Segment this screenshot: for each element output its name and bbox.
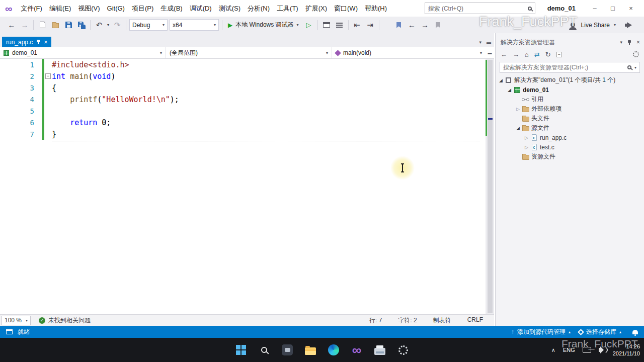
- code-line-6[interactable]: 6 return 0;: [0, 117, 486, 128]
- touch-keyboard-icon[interactable]: [583, 347, 591, 353]
- live-share-button[interactable]: Live Share: [581, 22, 610, 29]
- select-repository-button[interactable]: 选择存储库 ▴: [579, 328, 621, 336]
- chevron-down-icon[interactable]: ▾: [634, 65, 636, 70]
- volume-icon[interactable]: [599, 348, 601, 352]
- start-without-debugging-icon[interactable]: ▷: [302, 19, 315, 31]
- sync-with-active-document-icon[interactable]: ⇄: [534, 51, 540, 58]
- platform-dropdown[interactable]: x64 ▾: [170, 19, 219, 31]
- split-window-icon[interactable]: ▬: [486, 47, 494, 58]
- quick-search-input[interactable]: [428, 5, 528, 12]
- redo-icon[interactable]: ↷: [111, 19, 124, 31]
- menu-item-6[interactable]: 生成(B): [157, 2, 186, 15]
- menu-item-11[interactable]: 扩展(X): [302, 2, 331, 15]
- minimize-button[interactable]: –: [586, 2, 604, 15]
- close-panel-icon[interactable]: ×: [636, 39, 640, 46]
- menu-item-7[interactable]: 调试(D): [186, 2, 215, 15]
- bookmarks-window-icon[interactable]: [432, 19, 445, 31]
- tree-item[interactable]: ◢解决方案"demo_01"(1 个项目/共 1 个): [496, 75, 644, 85]
- start-button[interactable]: [234, 343, 248, 356]
- expand-arrow-icon[interactable]: ▷: [523, 135, 530, 140]
- indent-icon[interactable]: ⇥: [364, 19, 377, 31]
- attach-to-process-icon[interactable]: [320, 19, 333, 31]
- zoom-dropdown[interactable]: 100 % ▾: [2, 316, 31, 325]
- close-button[interactable]: ×: [622, 2, 640, 15]
- next-bookmark-icon[interactable]: →: [419, 19, 432, 31]
- tree-item[interactable]: 资源文件: [496, 152, 644, 161]
- save-all-icon[interactable]: [75, 19, 88, 31]
- window-position-icon[interactable]: ▾: [620, 40, 622, 45]
- taskbar-clock[interactable]: 14:26 2021/11/10: [613, 343, 640, 357]
- taskbar-search-icon[interactable]: [258, 343, 271, 356]
- code-editor[interactable]: 1#include<stdio.h>2−int main(void)3{4 pr…: [0, 59, 486, 314]
- task-view-icon[interactable]: [281, 343, 294, 356]
- navigate-forward-icon[interactable]: →: [18, 19, 31, 31]
- tree-item[interactable]: ▷ctest.c: [496, 142, 644, 152]
- code-line-5[interactable]: 5: [0, 105, 486, 117]
- bookmark-icon[interactable]: [392, 19, 406, 31]
- scrollbar-thumb[interactable]: [488, 60, 493, 313]
- refresh-icon[interactable]: ↻: [545, 51, 551, 58]
- notifications-bell-icon[interactable]: [632, 330, 638, 334]
- project-dropdown[interactable]: demo_01 ▾: [0, 47, 166, 58]
- expand-arrow-icon[interactable]: ▷: [515, 107, 521, 112]
- menu-item-3[interactable]: 视图(V): [74, 2, 103, 15]
- navigate-backward-icon[interactable]: ←: [5, 19, 18, 31]
- file-explorer-icon[interactable]: [304, 343, 317, 356]
- explorer-back-icon[interactable]: ←: [501, 51, 507, 58]
- menu-item-8[interactable]: 测试(S): [215, 2, 244, 15]
- solution-search-input[interactable]: [503, 64, 624, 71]
- settings-gear-icon[interactable]: [396, 343, 410, 356]
- document-tab-run-app[interactable]: run_app.c ×: [2, 37, 51, 47]
- menu-item-4[interactable]: Git(G): [104, 3, 128, 14]
- menu-item-13[interactable]: 帮助(H): [361, 2, 390, 15]
- tree-item[interactable]: ▷外部依赖项: [496, 104, 644, 114]
- menu-item-12[interactable]: 窗口(W): [331, 2, 361, 15]
- tree-item[interactable]: 引用: [496, 95, 644, 104]
- undo-icon[interactable]: ↶: [93, 19, 106, 31]
- indent-mode-indicator[interactable]: 制表符: [433, 316, 451, 325]
- collapse-arrow-icon[interactable]: ◢: [506, 87, 513, 93]
- scope-dropdown[interactable]: (全局范围) ▾: [166, 47, 332, 58]
- pin-panel-icon[interactable]: [627, 40, 631, 45]
- edge-browser-icon[interactable]: [327, 343, 340, 356]
- quick-search-box[interactable]: [425, 3, 535, 14]
- member-dropdown[interactable]: main(void) ▾: [332, 47, 486, 58]
- properties-icon[interactable]: [633, 51, 639, 57]
- send-feedback-icon[interactable]: [627, 22, 632, 28]
- column-indicator[interactable]: 字符: 2: [398, 316, 417, 325]
- configuration-dropdown[interactable]: Debug ▾: [129, 19, 168, 31]
- eol-indicator[interactable]: CRLF: [467, 316, 483, 325]
- save-icon[interactable]: [62, 19, 75, 31]
- expand-arrow-icon[interactable]: ▷: [523, 145, 530, 150]
- undo-dropdown-icon[interactable]: ▾: [106, 23, 111, 27]
- home-icon[interactable]: ⌂: [525, 51, 529, 58]
- printer-app-icon[interactable]: [373, 343, 386, 356]
- vertical-scrollbar[interactable]: [486, 59, 494, 314]
- visual-studio-taskbar-icon[interactable]: ∞: [350, 343, 363, 356]
- active-files-dropdown-icon[interactable]: ▾: [479, 40, 481, 45]
- code-line-3[interactable]: 3{: [0, 82, 486, 94]
- outdent-icon[interactable]: ⇤: [351, 19, 364, 31]
- line-indicator[interactable]: 行: 7: [369, 316, 382, 325]
- menu-item-5[interactable]: 项目(P): [128, 2, 157, 15]
- code-line-2[interactable]: 2−int main(void): [0, 70, 486, 82]
- menu-item-2[interactable]: 编辑(E): [46, 2, 74, 15]
- document-outline-icon[interactable]: [333, 19, 346, 31]
- code-line-1[interactable]: 1#include<stdio.h>: [0, 59, 486, 70]
- solution-search-box[interactable]: ▾: [500, 62, 640, 73]
- previous-bookmark-icon[interactable]: ←: [406, 19, 419, 31]
- new-file-icon[interactable]: [36, 19, 49, 31]
- input-language-indicator[interactable]: ENG: [563, 347, 575, 353]
- collapse-arrow-icon[interactable]: ◢: [515, 126, 521, 131]
- hidden-icons-chevron-icon[interactable]: ∧: [551, 347, 555, 353]
- code-line-4[interactable]: 4 printf("HelloWorld!\n");: [0, 94, 486, 105]
- tree-item[interactable]: 头文件: [496, 114, 644, 123]
- explorer-forward-icon[interactable]: →: [513, 51, 519, 58]
- code-line-7[interactable]: 7}: [0, 128, 486, 140]
- pin-tab-icon[interactable]: [36, 39, 40, 45]
- close-tab-icon[interactable]: ×: [44, 39, 47, 46]
- tree-item[interactable]: ◢demo_01: [496, 85, 644, 95]
- menu-item-1[interactable]: 文件(F): [17, 2, 46, 15]
- menu-item-9[interactable]: 分析(N): [244, 2, 273, 15]
- collapse-all-icon[interactable]: −: [556, 52, 562, 57]
